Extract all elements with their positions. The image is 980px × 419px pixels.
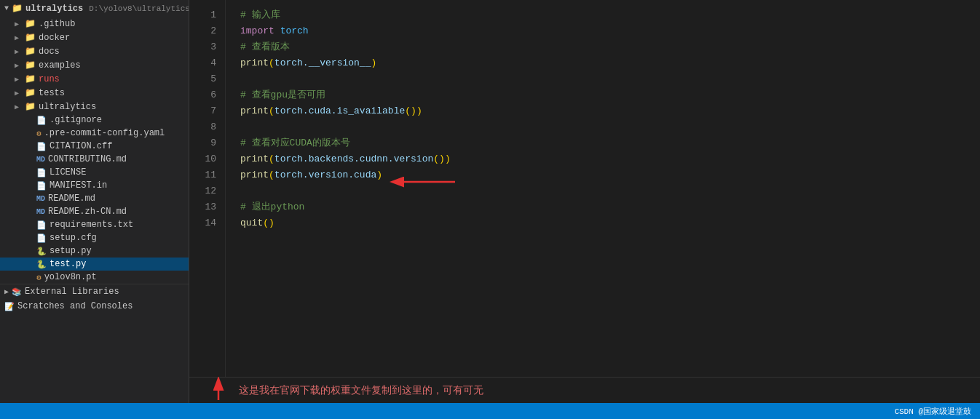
label-citation: CITATION.cff: [50, 141, 112, 151]
label-setup-py: setup.py: [50, 246, 92, 256]
sidebar-item-readme[interactable]: ▶ MD README.md: [0, 192, 189, 205]
label-tests: tests: [39, 88, 65, 98]
line-num-3: 3: [189, 39, 225, 55]
sidebar-item-license[interactable]: ▶ 📄 LICENSE: [0, 166, 189, 179]
line-numbers: 1 2 3 4 5 6 7 8 9 10 11 12 13 14: [189, 0, 226, 377]
code-line-5: [240, 71, 980, 87]
func-print-7: print: [240, 105, 269, 116]
file-icon-license: 📄: [36, 168, 47, 177]
sidebar-item-yolov8n-pt[interactable]: ▶ ⚙ yolov8n.pt: [0, 271, 189, 284]
arrow-ext: ▶: [4, 287, 9, 296]
file-icon-test-py: 🐍: [36, 260, 47, 269]
bottom-items: ▶ 📚 External Libraries 📝 Scratches and C…: [0, 284, 189, 314]
sidebar-item-precommit[interactable]: ▶ ⚙ .pre-commit-config.yaml: [0, 127, 189, 140]
sidebar-item-citation[interactable]: ▶ 📄 CITATION.cff: [0, 140, 189, 153]
sidebar-root: ▼ 📁 ultralytics D:\yolov8\ultralytics: [0, 0, 189, 17]
folder-icon-docker: 📁: [25, 32, 36, 43]
file-icon-readme-cn: MD: [36, 208, 45, 216]
sidebar-item-setup-cfg[interactable]: ▶ 📄 setup.cfg: [0, 231, 189, 244]
comment-3: # 查看版本: [240, 41, 290, 52]
arrow-github: ▶: [15, 20, 22, 28]
line-num-6: 6: [189, 87, 225, 103]
file-icon-manifest: 📄: [36, 181, 47, 191]
line-num-10: 10: [189, 151, 225, 167]
file-icon-yolov8n-pt: ⚙: [36, 273, 42, 282]
expand-arrow: ▼: [4, 4, 9, 12]
line-num-7: 7: [189, 103, 225, 119]
folder-icon-runs: 📁: [25, 73, 36, 84]
root-path: D:\yolov8\ultralytics: [89, 4, 189, 13]
sidebar-item-scratches[interactable]: 📝 Scratches and Consoles: [0, 299, 189, 314]
code-line-13: # 退出python: [240, 199, 980, 215]
label-docker: docker: [39, 33, 70, 43]
sidebar-item-tests[interactable]: ▶ 📁 tests: [0, 86, 189, 100]
code-line-10: print(torch.backends.cudnn.version()): [240, 151, 980, 167]
line-num-13: 13: [189, 199, 225, 215]
folder-icon-tests: 📁: [25, 87, 36, 98]
code-content[interactable]: # 输入库 import torch # 查看版本 print(torch.__…: [226, 0, 980, 377]
label-requirements: requirements.txt: [50, 220, 133, 230]
sidebar-item-requirements[interactable]: ▶ 📄 requirements.txt: [0, 218, 189, 231]
code-line-1: # 输入库: [240, 7, 980, 23]
comment-6: # 查看gpu是否可用: [240, 89, 325, 100]
arrow-examples: ▶: [15, 61, 22, 70]
file-icon-requirements: 📄: [36, 220, 47, 230]
sidebar-item-ultralytics[interactable]: ▶ 📁 ultralytics: [0, 100, 189, 113]
sidebar-item-examples[interactable]: ▶ 📁 examples: [0, 58, 189, 72]
attr-cudnn: torch.backends.cudnn.version: [274, 153, 433, 164]
arrow-tests: ▶: [15, 89, 22, 97]
attr-version-cuda: torch.version.cuda: [274, 169, 376, 180]
sidebar-item-manifest[interactable]: ▶ 📄 MANIFEST.in: [0, 179, 189, 192]
file-icon-gitignore: 📄: [36, 116, 47, 125]
sidebar-item-readme-cn[interactable]: ▶ MD README.zh-CN.md: [0, 205, 189, 218]
func-print-11: print: [240, 169, 269, 180]
code-line-3: # 查看版本: [240, 39, 980, 55]
annotation-text: 这是我在官网下载的权重文件复制到这里的，可有可无: [239, 384, 483, 397]
sidebar: ▼ 📁 ultralytics D:\yolov8\ultralytics ▶ …: [0, 0, 189, 403]
mod-torch: torch: [280, 25, 309, 36]
line-num-5: 5: [189, 71, 225, 87]
code-line-12: [240, 183, 980, 199]
arrow-docker: ▶: [15, 33, 22, 42]
sidebar-item-test-py[interactable]: ▶ 🐍 test.py: [0, 258, 189, 271]
label-license: LICENSE: [50, 167, 86, 177]
label-manifest: MANIFEST.in: [50, 180, 107, 191]
label-gitignore: .gitignore: [50, 115, 102, 125]
label-github: .github: [39, 19, 75, 29]
close-paren: ): [269, 218, 274, 228]
code-line-6: # 查看gpu是否可用: [240, 87, 980, 103]
arrow-docs: ▶: [15, 47, 22, 56]
code-line-11: print(torch.version.cuda): [240, 167, 980, 183]
comment-9: # 查看对应CUDA的版本号: [240, 137, 350, 148]
folder-icon-github: 📁: [25, 18, 36, 29]
sidebar-item-github[interactable]: ▶ 📁 .github: [0, 17, 189, 31]
sidebar-item-setup-py[interactable]: ▶ 🐍 setup.py: [0, 244, 189, 258]
attr-cuda: torch.cuda.is_available: [274, 105, 405, 116]
line-num-9: 9: [189, 135, 225, 151]
red-arrow-yolov8: [204, 380, 233, 402]
label-readme: README.md: [48, 193, 95, 204]
file-icon-precommit: ⚙: [36, 129, 42, 138]
file-icon-citation: 📄: [36, 142, 47, 151]
label-examples: examples: [39, 60, 81, 71]
code-line-7: print(torch.cuda.is_available()): [240, 103, 980, 119]
arrow-runs: ▶: [15, 75, 22, 84]
sidebar-item-docs[interactable]: ▶ 📁 docs: [0, 44, 189, 58]
editor-area: 1 2 3 4 5 6 7 8 9 10 11 12 13 14 # 输入库 i…: [189, 0, 980, 403]
sidebar-item-gitignore[interactable]: ▶ 📄 .gitignore: [0, 113, 189, 127]
label-contributing: CONTRIBUTING.md: [48, 154, 127, 164]
line-num-1: 1: [189, 7, 225, 23]
code-line-14: quit(): [240, 215, 980, 231]
status-credit: CSDN @国家级退堂鼓: [894, 406, 971, 417]
main-container: ▼ 📁 ultralytics D:\yolov8\ultralytics ▶ …: [0, 0, 980, 403]
comment-13: # 退出python: [240, 201, 304, 212]
sidebar-item-docker[interactable]: ▶ 📁 docker: [0, 31, 189, 44]
sidebar-item-contributing[interactable]: ▶ MD CONTRIBUTING.md: [0, 153, 189, 166]
label-yolov8n-pt: yolov8n.pt: [44, 272, 97, 282]
sidebar-item-ext-libraries[interactable]: ▶ 📚 External Libraries: [0, 284, 189, 299]
line-num-12: 12: [189, 183, 225, 199]
label-readme-cn: README.zh-CN.md: [48, 207, 127, 217]
code-line-9: # 查看对应CUDA的版本号: [240, 135, 980, 151]
sidebar-item-runs[interactable]: ▶ 📁 runs: [0, 72, 189, 86]
label-ext-libraries: External Libraries: [25, 287, 119, 297]
